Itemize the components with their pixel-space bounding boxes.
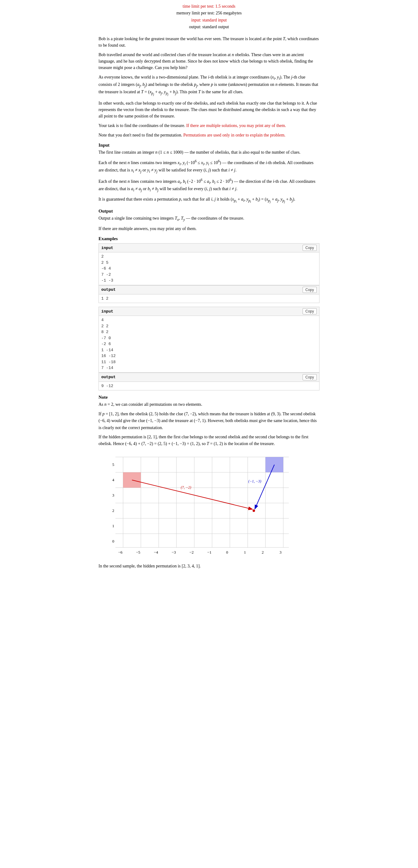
note-p4: In the second sample, the hidden permuta…: [98, 563, 320, 569]
red-arrow-line: [132, 480, 252, 509]
example-2-input-label-row: input Copy: [99, 307, 319, 316]
chart-x-label-neg5: −5: [136, 550, 140, 555]
problem-header: time limit per test: 1.5 seconds memory …: [98, 3, 320, 31]
example-1: input Copy 22 5-6 47 -2-1 -3 output Copy…: [98, 243, 320, 303]
chart-x-label-neg3: −3: [172, 550, 176, 555]
blue-arrow-line: [255, 465, 274, 508]
note-p2: If p = [1, 2], then the obelisk (2, 5) h…: [98, 411, 320, 431]
example-1-output-label: output: [101, 287, 116, 292]
multiple-solutions-note: If there are multiple solutions, you may…: [186, 123, 286, 128]
input-type: input: standard input: [98, 17, 320, 24]
chart-svg: .grid-line { stroke: #ccc; stroke-width:…: [98, 453, 295, 557]
example-2-output-label: output: [101, 375, 116, 379]
chart-y-label-4: 4: [112, 477, 115, 482]
coordinate-chart: .grid-line { stroke: #ccc; stroke-width:…: [98, 453, 320, 558]
chart-y-label-5: 5: [112, 462, 115, 467]
example-2-input-content: 42 28 2-7 0-2 61 -1416 -1211 -187 -14: [99, 316, 319, 372]
example-2-copy-output-button[interactable]: Copy: [303, 374, 317, 380]
problem-p5: Your task is to find the coordinates of …: [98, 122, 320, 129]
example-2-output-label-row: output Copy: [99, 373, 319, 382]
examples-title: Examples: [98, 236, 320, 241]
example-1-input-label-row: input Copy: [99, 244, 319, 252]
chart-x-label-2: 2: [262, 550, 264, 555]
example-2-input-block: input Copy 42 28 2-7 0-2 61 -1416 -1211 …: [98, 307, 320, 373]
input-p4: It is guaranteed that there exists a per…: [98, 196, 320, 204]
example-2-input-label: input: [101, 309, 113, 314]
chart-x-label-neg6: −6: [118, 550, 122, 555]
example-1-input-label: input: [101, 246, 113, 250]
permutation-note: Permutations are used only in order to e…: [183, 133, 286, 137]
example-1-output-block: output Copy 1 2: [98, 285, 320, 303]
chart-x-label-neg4: −4: [154, 550, 158, 555]
output-p2: If there are multiple answers, you may p…: [98, 225, 320, 232]
example-1-output-content: 1 2: [99, 294, 319, 303]
example-1-output-label-row: output Copy: [99, 285, 319, 294]
red-arrow-label: (7, −2): [181, 485, 191, 490]
chart-x-label-1: 1: [244, 550, 246, 555]
input-p2: Each of the next n lines contains two in…: [98, 159, 320, 174]
chart-x-label-3: 3: [279, 550, 282, 555]
problem-p6: Note that you don't need to find the per…: [98, 132, 320, 138]
chart-x-label-0: 0: [226, 550, 228, 555]
chart-x-label-neg1: −1: [207, 550, 211, 555]
example-1-input-content: 22 5-6 47 -2-1 -3: [99, 252, 319, 285]
note-p1: As n = 2, we can consider all permutatio…: [98, 401, 320, 408]
input-section-title: Input: [98, 143, 320, 148]
example-1-input-block: input Copy 22 5-6 47 -2-1 -3: [98, 243, 320, 285]
note-section: As n = 2, we can consider all permutatio…: [98, 401, 320, 447]
example-1-copy-output-button[interactable]: Copy: [303, 287, 317, 293]
problem-p3: As everyone knows, the world is a two-di…: [98, 74, 320, 97]
example-2-copy-input-button[interactable]: Copy: [303, 308, 317, 314]
example-2: input Copy 42 28 2-7 0-2 61 -1416 -1211 …: [98, 307, 320, 391]
output-p1: Output a single line containing two inte…: [98, 215, 320, 222]
chart-y-label-3: 3: [112, 493, 115, 497]
output-section-title: Output: [98, 209, 320, 214]
chart-x-label-neg2: −2: [189, 550, 193, 555]
problem-p4: In other words, each clue belongs to exa…: [98, 100, 320, 119]
problem-p1: Bob is a pirate looking for the greatest…: [98, 36, 320, 49]
example-2-output-block: output Copy 9 -12: [98, 373, 320, 391]
input-p3: Each of the next n lines contains two in…: [98, 177, 320, 193]
chart-y-label-2: 2: [112, 508, 115, 513]
chart-y-label-1: 1: [112, 524, 115, 528]
output-type: output: standard output: [98, 24, 320, 30]
example-2-output-content: 9 -12: [99, 382, 319, 391]
treasure-point: [252, 509, 255, 512]
example-1-copy-input-button[interactable]: Copy: [303, 245, 317, 251]
problem-p2: Bob travelled around the world and colle…: [98, 52, 320, 71]
chart-y-label-0: 0: [112, 539, 115, 544]
note-p3: If the hidden permutation is [2, 1], the…: [98, 434, 320, 447]
note-title: Note: [98, 395, 320, 400]
input-p1: The first line contains an integer n (1 …: [98, 149, 320, 155]
blue-arrow-label: (−1, −3): [248, 479, 261, 484]
memory-limit: memory limit per test: 256 megabytes: [98, 10, 320, 17]
time-limit: time limit per test: 1.5 seconds: [98, 3, 320, 10]
